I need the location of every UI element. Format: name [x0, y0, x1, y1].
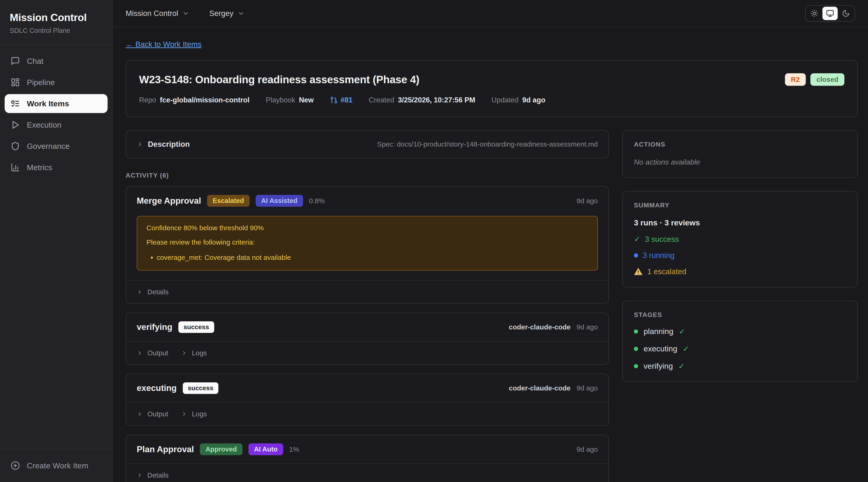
- chevron-right-icon: [137, 141, 143, 148]
- summary-success-row: ✓ 3 success: [634, 235, 846, 244]
- description-toggle[interactable]: Description: [137, 140, 190, 149]
- stage-name: planning: [644, 327, 674, 336]
- sidebar-item-label: Chat: [27, 57, 43, 66]
- pr-link[interactable]: #81: [330, 96, 352, 104]
- work-item-header-card: W23-S148: Onboarding readiness assessmen…: [126, 60, 858, 117]
- back-to-work-items-link[interactable]: ← Back to Work Items: [126, 40, 202, 49]
- revision-badge: R2: [785, 73, 806, 86]
- activity-card-plan-approval: Plan Approval Approved AI Auto 1% 9d ago…: [126, 435, 609, 482]
- sidebar-item-chat[interactable]: Chat: [5, 52, 107, 70]
- sidebar-item-label: Pipeline: [27, 78, 55, 87]
- pr-link-label: #81: [341, 96, 352, 104]
- bar-chart-icon: [11, 163, 20, 172]
- chevron-right-icon: [181, 350, 187, 356]
- sidebar-item-label: Governance: [27, 142, 70, 151]
- topbar: Mission Control Sergey: [113, 0, 868, 27]
- stages-panel: STAGES planning ✓ executing ✓: [622, 300, 858, 382]
- activity-time: 9d ago: [577, 197, 598, 205]
- pipeline-icon: [11, 78, 20, 87]
- output-toggle[interactable]: Output: [137, 410, 168, 418]
- escalated-badge: Escalated: [207, 195, 249, 207]
- confidence-value: 0.8%: [309, 197, 325, 205]
- meta-value: 3/25/2026, 10:27:56 PM: [398, 96, 475, 104]
- activity-card-header: Plan Approval Approved AI Auto 1% 9d ago: [126, 435, 609, 463]
- output-toggle[interactable]: Output: [137, 349, 168, 357]
- circle-plus-icon: [11, 461, 20, 470]
- success-badge: success: [178, 321, 214, 333]
- chevron-right-icon: [181, 411, 187, 417]
- user-dropdown[interactable]: Sergey: [209, 9, 245, 18]
- meta-label: Repo: [139, 96, 156, 104]
- chevron-down-icon: [182, 10, 189, 17]
- warning-line: Please review the following criteria:: [147, 238, 588, 247]
- work-item-header-left: W23-S148: Onboarding readiness assessmen…: [139, 73, 545, 104]
- content-columns: Description Spec: docs/10-product/story-…: [126, 130, 858, 482]
- description-card: Description Spec: docs/10-product/story-…: [126, 130, 609, 158]
- left-column: Description Spec: docs/10-product/story-…: [126, 130, 609, 482]
- output-toggle-label: Output: [147, 410, 168, 418]
- actions-panel: ACTIONS No actions available: [622, 130, 858, 178]
- project-dropdown-label: Mission Control: [126, 9, 178, 18]
- confidence-value: 1%: [289, 446, 299, 453]
- content: ← Back to Work Items W23-S148: Onboardin…: [113, 27, 868, 482]
- sidebar-header: Mission Control SDLC Control Plane: [0, 0, 112, 45]
- theme-light-button[interactable]: [807, 7, 822, 20]
- stage-row-planning: planning ✓: [634, 327, 846, 336]
- meta-updated: Updated 9d ago: [491, 96, 545, 104]
- running-dot-icon: [634, 253, 638, 258]
- sidebar-item-work-items[interactable]: Work Items: [5, 94, 107, 113]
- stage-dot-icon: [634, 329, 638, 333]
- activity-card-header: Merge Approval Escalated AI Assisted 0.8…: [126, 187, 609, 215]
- logs-toggle[interactable]: Logs: [181, 410, 207, 418]
- work-item-badges: R2 closed: [785, 73, 844, 86]
- work-items-icon: [11, 99, 20, 108]
- sidebar-item-execution[interactable]: Execution: [5, 115, 107, 134]
- details-toggle[interactable]: Details: [137, 471, 169, 479]
- right-column: ACTIONS No actions available SUMMARY 3 r…: [622, 130, 858, 382]
- escalation-warning: Confidence 80% below threshold 90% Pleas…: [137, 216, 598, 270]
- logs-toggle[interactable]: Logs: [181, 349, 207, 357]
- create-work-item-button[interactable]: Create Work Item: [5, 456, 94, 475]
- create-work-item-label: Create Work Item: [27, 461, 88, 470]
- ai-assisted-badge: AI Assisted: [256, 195, 303, 207]
- agent-name: coder-claude-code: [509, 384, 571, 392]
- project-dropdown[interactable]: Mission Control: [126, 9, 189, 18]
- warning-criteria-list: coverage_met: Coverage data not availabl…: [147, 253, 588, 262]
- theme-system-button[interactable]: [823, 7, 838, 20]
- stage-dot-icon: [634, 347, 638, 351]
- sidebar-nav: Chat Pipeline Work Items Execution Gover…: [0, 45, 112, 183]
- stage-row-executing: executing ✓: [634, 344, 846, 353]
- sidebar-item-pipeline[interactable]: Pipeline: [5, 73, 107, 92]
- sidebar-item-label: Metrics: [27, 163, 52, 172]
- sidebar: Mission Control SDLC Control Plane Chat …: [0, 0, 113, 482]
- meta-value: 9d ago: [522, 96, 546, 104]
- stage-name: verifying: [644, 361, 673, 371]
- chevron-right-icon: [137, 289, 143, 295]
- summary-totals: 3 runs · 3 reviews: [634, 218, 846, 227]
- app-title: Mission Control: [10, 11, 102, 24]
- summary-panel: SUMMARY 3 runs · 3 reviews ✓ 3 success 3…: [622, 191, 858, 288]
- summary-running-label: 3 running: [643, 251, 675, 260]
- activity-time: 9d ago: [577, 446, 598, 453]
- sidebar-item-governance[interactable]: Governance: [5, 137, 107, 156]
- activity-title: executing: [137, 383, 177, 393]
- summary-escalated-row: 1 escalated: [634, 267, 846, 276]
- sun-icon: [810, 9, 818, 17]
- success-badge: success: [183, 382, 219, 394]
- warning-line: Confidence 80% below threshold 90%: [147, 224, 588, 232]
- summary-success-label: 3 success: [645, 235, 679, 244]
- meta-label: Updated: [491, 96, 519, 104]
- check-icon: ✓: [679, 327, 685, 336]
- meta-created: Created 3/25/2026, 10:27:56 PM: [369, 96, 475, 104]
- check-icon: ✓: [634, 235, 640, 244]
- description-toggle-label: Description: [148, 140, 190, 149]
- theme-dark-button[interactable]: [838, 7, 854, 20]
- user-dropdown-label: Sergey: [209, 9, 234, 18]
- sidebar-item-metrics[interactable]: Metrics: [5, 158, 107, 177]
- details-toggle[interactable]: Details: [137, 288, 169, 296]
- ai-auto-badge: AI Auto: [248, 443, 283, 455]
- details-toggle-label: Details: [147, 288, 169, 296]
- warning-triangle-icon: [634, 267, 643, 276]
- activity-title: verifying: [137, 322, 172, 332]
- activity-card-header: verifying success coder-claude-code 9d a…: [126, 313, 609, 341]
